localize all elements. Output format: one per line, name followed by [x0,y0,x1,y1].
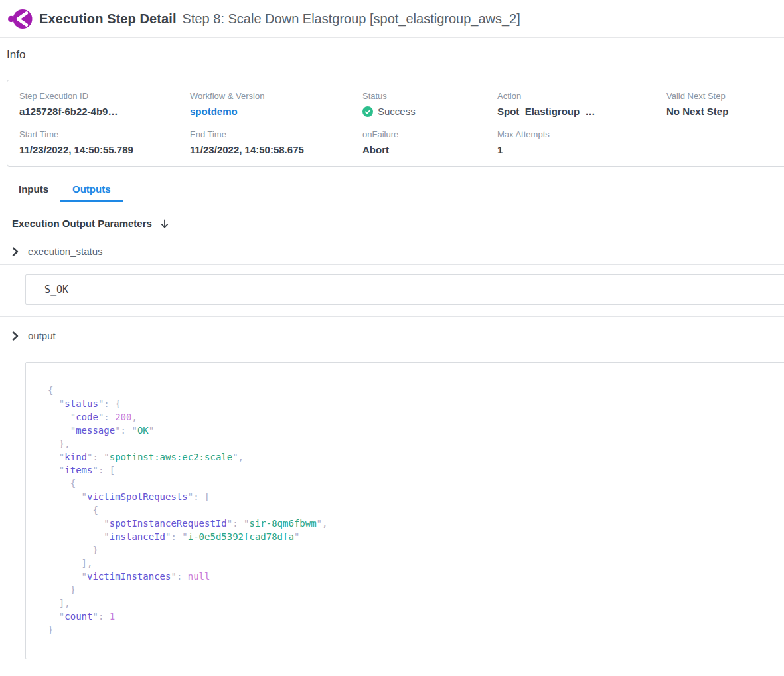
workflow-link[interactable]: spotdemo [190,106,238,117]
field-label: Action [497,91,666,101]
field-value: 11/23/2022, 14:50:55.789 [19,144,190,155]
field-value: Abort [362,144,497,155]
param-name: execution_status [28,246,103,257]
field-value: No Next Step [666,106,784,117]
field-label: Workflow & Version [190,91,362,101]
field-label: Step Execution ID [19,91,190,101]
status-text: Success [378,106,416,117]
field-label: Max Attempts [497,129,666,139]
field-valid-next-step: Valid Next Step No Next Step [666,91,784,118]
chevron-right-icon [11,247,19,256]
param-row-execution-status[interactable]: execution_status [0,238,784,265]
field-step-execution-id: Step Execution ID a125728f-6b22-4b9… [19,91,190,118]
tabs-bar: Inputs Outputs [0,180,784,201]
arrow-down-icon[interactable] [159,218,170,229]
field-value: 1 [497,144,666,155]
field-start-time: Start Time 11/23/2022, 14:50:55.789 [19,129,190,155]
param-row-output[interactable]: output [0,323,784,349]
info-section-heading: Info [0,38,784,70]
chevron-right-icon [11,331,19,341]
status-badge: Success [362,106,497,117]
field-label: Valid Next Step [666,91,784,101]
execution-status-value: S_OK [44,284,68,296]
field-value: 11/23/2022, 14:50:58.675 [190,144,362,155]
section-heading-label: Execution Output Parameters [12,218,152,229]
field-label: End Time [190,129,362,139]
field-value: a125728f-6b22-4b9… [19,106,190,117]
spot-logo-icon [8,9,33,29]
field-label: onFailure [362,129,497,139]
field-end-time: End Time 11/23/2022, 14:50:58.675 [190,129,362,155]
output-json-code: { "status": { "code": 200, "message": "O… [48,384,774,636]
output-json-box: { "status": { "code": 200, "message": "O… [25,362,784,659]
field-action: Action Spot_Elastigroup_… [497,91,666,118]
field-workflow-version: Workflow & Version spotdemo [190,91,362,118]
field-label: Start Time [19,129,190,139]
success-check-icon [362,106,373,117]
page-title: Execution Step Detail [39,11,177,27]
page-subtitle: Step 8: Scale Down Elastgroup [spot_elas… [183,11,520,27]
field-label: Status [362,91,497,101]
field-onfailure: onFailure Abort [362,129,497,155]
execution-output-parameters-heading: Execution Output Parameters [0,218,784,229]
execution-step-detail-page: Execution Step Detail Step 8: Scale Down… [0,0,784,676]
field-status: Status Success [362,91,497,118]
info-card: Step Execution ID a125728f-6b22-4b9… Wor… [7,80,784,167]
field-max-attempts: Max Attempts 1 [497,129,666,155]
field-value: Spot_Elastigroup_… [497,106,666,117]
page-header: Execution Step Detail Step 8: Scale Down… [0,0,784,38]
tab-outputs[interactable]: Outputs [60,180,123,201]
divider [0,316,784,317]
tab-inputs[interactable]: Inputs [7,180,60,201]
param-name: output [28,330,56,341]
execution-status-value-box: S_OK [25,274,784,305]
